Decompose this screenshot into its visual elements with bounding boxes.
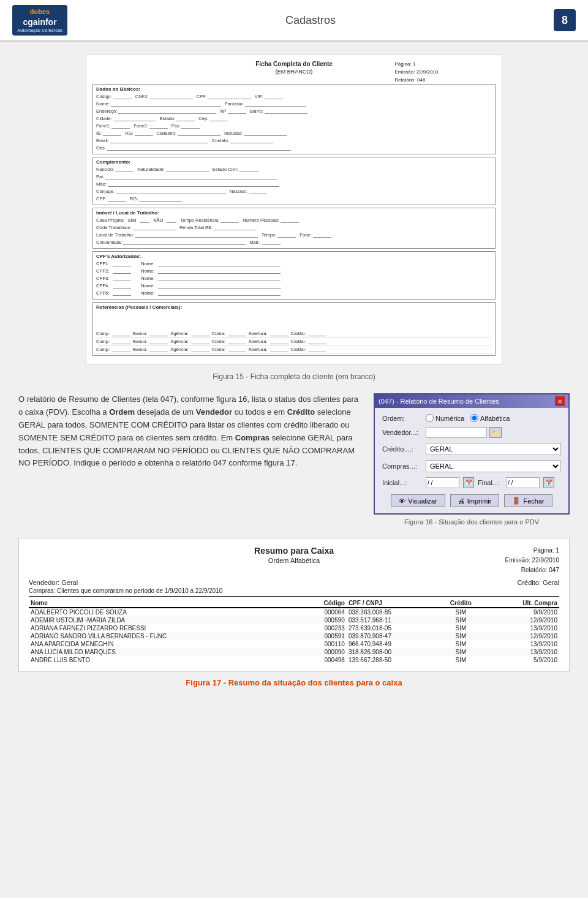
bank-row3: Comp: Banco: Agência: Conta: Abertura: C… bbox=[96, 345, 492, 353]
imovel-row3: Local de Trabalho: Tempo: Fone: bbox=[96, 232, 492, 238]
credito-select[interactable]: GERAL bbox=[426, 443, 561, 455]
imovel-row2: Onde Trabalham: Renda Total R$: bbox=[96, 224, 492, 230]
section-basic: Dados do Básicos: Código: CNPJ: CPF: VIP… bbox=[92, 84, 496, 154]
cell-codigo: 000590 bbox=[299, 616, 347, 624]
inicial-calendar-button[interactable]: 📅 bbox=[463, 477, 474, 488]
dialog-btn-row: 👁 Visualizar 🖨 Imprimir 🚪 Fechar bbox=[382, 494, 561, 507]
radio-numerica-input[interactable] bbox=[426, 414, 434, 422]
fechar-button[interactable]: 🚪 Fechar bbox=[504, 494, 552, 507]
vendor-credito-line: Vendedor: Geral Crédito: Geral bbox=[29, 579, 559, 586]
field-naturalidade: Naturalidade: bbox=[137, 166, 209, 172]
field-fone-trab: Fone: bbox=[300, 232, 331, 238]
compras-select[interactable]: GERAL bbox=[426, 460, 561, 472]
cell-credito: SIM bbox=[437, 648, 485, 656]
final-input[interactable] bbox=[506, 477, 540, 488]
field-tempo: Tempo: bbox=[262, 232, 296, 238]
radio-numerica[interactable]: Numérica bbox=[426, 414, 464, 422]
basic-row2: Nome: Fantasia: bbox=[96, 100, 492, 107]
logo-sub: Automação Comercial bbox=[17, 28, 62, 33]
eye-icon: 👁 bbox=[399, 497, 405, 505]
cell-codigo: 000090 bbox=[299, 648, 347, 656]
field-nome: Nome: bbox=[96, 100, 221, 107]
cell-codigo: 000110 bbox=[299, 640, 347, 648]
cell-cpf: 966.470.948-49 bbox=[347, 640, 437, 648]
cell-nome: ADALBERTO PICCOLI DE SOUZA bbox=[29, 608, 299, 616]
field-casa-propria: Casa Própria: bbox=[96, 217, 124, 223]
basic-row8: Obs: bbox=[96, 145, 492, 151]
cell-nome: ANA LUCIA MILEO MARQUES bbox=[29, 648, 299, 656]
basic-row1: Código: CNPJ: CPF: VIP: bbox=[96, 93, 492, 99]
report-header: Resumo para Caixa Ordem Alfabética Págin… bbox=[29, 546, 559, 575]
field-ie: IE: bbox=[96, 130, 121, 136]
cell-nome: ANDRE LUIS BENTO bbox=[29, 656, 299, 664]
imprimir-button[interactable]: 🖨 Imprimir bbox=[450, 494, 500, 507]
field-contato: Contato: bbox=[212, 137, 273, 143]
dialog-close-button[interactable]: ✕ bbox=[555, 396, 565, 406]
cell-cpf: 033.517.968-11 bbox=[347, 616, 437, 624]
cell-ult: 9/9/2010 bbox=[485, 608, 559, 616]
field-tempo-residencia: Tempo Residência: bbox=[180, 217, 239, 223]
radio-alfabetica-input[interactable] bbox=[470, 414, 478, 422]
rpt-page: Página: 1 bbox=[427, 546, 560, 556]
dialog-body: Ordem: Numérica Alfabética bbox=[375, 408, 568, 513]
page-header: dobes cgainfor Automação Comercial Cadas… bbox=[0, 0, 588, 42]
cell-nome: ADRIANA FARNEZI PIZZARRO REBESSI bbox=[29, 624, 299, 632]
vendedor-controls: 📁 bbox=[426, 427, 502, 438]
table-row: ADALBERTO PICCOLI DE SOUZA 000064 038.36… bbox=[29, 608, 559, 616]
section-basic-title: Dados do Básicos: bbox=[96, 86, 492, 92]
cell-codigo: 000498 bbox=[299, 656, 347, 664]
table-row: ANDRE LUIS BENTO 000498 139.667.288-50 S… bbox=[29, 656, 559, 664]
field-cpf: CPF: bbox=[197, 93, 251, 99]
cell-cpf: 273.639.018-05 bbox=[347, 624, 437, 632]
vendedor-browse-button[interactable]: 📁 bbox=[489, 427, 502, 438]
visualizar-button[interactable]: 👁 Visualizar bbox=[391, 494, 445, 507]
dialog-vendedor-label: Vendedor...: bbox=[382, 429, 422, 436]
final-calendar-button[interactable]: 📅 bbox=[543, 477, 554, 488]
field-email: Email: bbox=[96, 137, 208, 143]
dialog-inicial-label: Inicial...: bbox=[382, 479, 422, 486]
basic-row3: Endereço: NP Bairro: bbox=[96, 108, 492, 114]
report-title: Resumo para Caixa bbox=[162, 546, 427, 556]
cell-ult: 13/9/2010 bbox=[485, 640, 559, 648]
section-refs: Referências (Pessoais / Comerciais): Com… bbox=[92, 302, 496, 356]
printer-icon: 🖨 bbox=[458, 497, 465, 505]
col-header-codigo: Código bbox=[299, 599, 347, 608]
cpf-row3: CPF3:Nome: bbox=[96, 275, 492, 281]
section-imovel: Imóvel / Local de Trabalho: Casa Própria… bbox=[92, 208, 496, 249]
radio-alfabetica[interactable]: Alfabética bbox=[470, 414, 510, 422]
page-number: 8 bbox=[554, 9, 576, 31]
field-cpf2: CPF: bbox=[96, 195, 126, 202]
cpf-row2: CPF2:Nome: bbox=[96, 268, 492, 274]
cpf-row5: CPF5:Nome: bbox=[96, 290, 492, 296]
cell-cpf: 038.363.008-85 bbox=[347, 608, 437, 616]
figure15-form: Ficha Completa do Cliente (EM BRANCO) Pá… bbox=[86, 54, 502, 365]
cell-credito: SIM bbox=[437, 640, 485, 648]
imovel-row4: Conveniada: Matr.: bbox=[96, 239, 492, 245]
dialog-compras-label: Compras...: bbox=[382, 462, 422, 470]
field-pai: Pai: bbox=[96, 173, 277, 179]
field-codigo: Código: bbox=[96, 93, 132, 99]
dialog-final-label: Final...: bbox=[478, 479, 502, 486]
field-fone1: Fone1: bbox=[96, 123, 130, 129]
comp-row4: Cônjuge: Nascido: bbox=[96, 188, 492, 194]
cell-ult: 12/9/2010 bbox=[485, 616, 559, 624]
radio-numerica-label: Numérica bbox=[435, 415, 464, 422]
rpt-relatorio: Relatório: 047 bbox=[427, 565, 560, 575]
bank-row1: Comp: Banco: Agência: Conta: Abertura: C… bbox=[96, 330, 492, 338]
section-complement: Complemento: Nascido: Naturalidade: Esta… bbox=[92, 157, 496, 205]
dialog-vendedor-row: Vendedor...: 📁 bbox=[382, 427, 561, 438]
dialog-order-label: Ordem: bbox=[382, 415, 422, 422]
inicial-input[interactable] bbox=[426, 477, 459, 488]
report-title-area: Resumo para Caixa Ordem Alfabética bbox=[162, 546, 427, 575]
field-local-trabalho: Local de Trabalho: bbox=[96, 232, 258, 238]
field-obs: Obs: bbox=[96, 145, 291, 151]
cell-nome: ANA APARECIDA MENEGHIN bbox=[29, 640, 299, 648]
vendedor-input[interactable] bbox=[426, 427, 487, 438]
table-header-row: Nome Código CPF / CNPJ Crédito Ult. Comp… bbox=[29, 599, 559, 608]
report-container: Resumo para Caixa Ordem Alfabética Págin… bbox=[18, 538, 570, 672]
cpf-row4: CPF4:Nome: bbox=[96, 282, 492, 289]
field-fone2: Fone2: bbox=[134, 123, 167, 129]
logo-cga: cgainfor bbox=[23, 17, 56, 28]
dialog-title: (047) - Relatório de Resumo de Clientes bbox=[379, 398, 499, 405]
basic-row5: Fone1: Fone2: Fax: bbox=[96, 123, 492, 129]
